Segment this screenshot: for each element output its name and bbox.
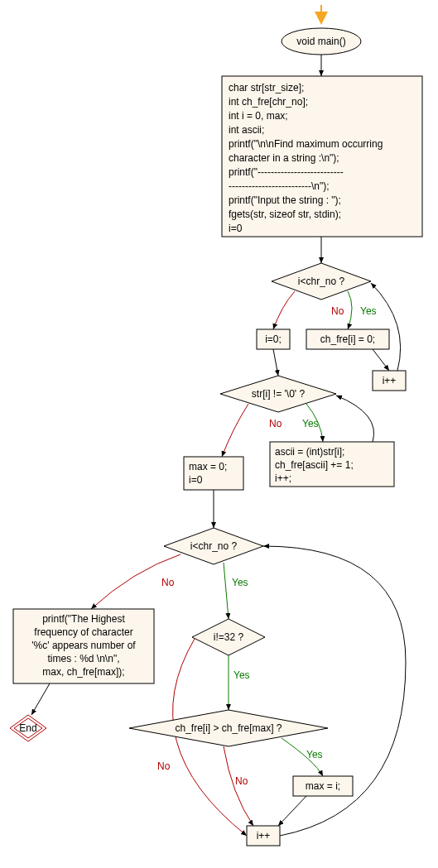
maxi-label: max = i; [306, 780, 340, 792]
ascii-line-0: ascii = (int)str[i]; [275, 446, 344, 458]
cond1-yes-label: Yes [360, 305, 377, 317]
chfre0-label: ch_fre[i] = 0; [320, 333, 375, 345]
cond2-label: str[i] != '\0' ? [252, 388, 306, 400]
cond2-no-label: No [269, 418, 282, 429]
decl-line-9: fgets(str, sizeof str, stdin); [229, 209, 341, 220]
edge-cond1-no [273, 291, 295, 329]
edge-maxi-ipp2 [278, 796, 306, 826]
edge-ascii-cond2 [336, 396, 374, 442]
end-label: End [19, 722, 36, 734]
edge-i0a-cond2 [273, 349, 278, 376]
cond3-no-label: No [161, 577, 175, 588]
printf2-line-3: times : %d \n\n", [48, 653, 120, 664]
decl-line-0: char str[str_size]; [229, 82, 304, 94]
decl-line-10: i=0 [229, 223, 243, 234]
decl-line-5: character in a string :\n"); [229, 152, 339, 164]
i0a-label: i=0; [265, 333, 282, 345]
decl-line-1: int ch_fre[chr_no]; [229, 96, 308, 108]
cond4-label: i!=32 ? [214, 631, 244, 643]
cond5-label: ch_fre[i] > ch_fre[max] ? [175, 722, 282, 734]
ascii-line-1: ch_fre[ascii] += 1; [275, 459, 354, 471]
decl-line-2: int i = 0, max; [229, 110, 288, 122]
node-end: End [10, 715, 46, 741]
cond5-no-label: No [235, 775, 248, 787]
cond3-yes-label: Yes [232, 577, 248, 588]
flowchart-canvas: void main() char str[str_size]; int ch_f… [0, 0, 438, 868]
printf2-line-4: max, ch_fre[max]); [42, 666, 124, 678]
cond5-yes-label: Yes [306, 749, 323, 760]
cond2-yes-label: Yes [302, 418, 319, 429]
decl-line-4: printf("\n\nFind maximum occurring [229, 138, 383, 150]
decl-line-3: int ascii; [229, 124, 264, 136]
printf2-line-0: printf("The Highest [42, 613, 125, 625]
edge-cond3-yes [224, 563, 229, 619]
node-main-label: void main() [296, 36, 345, 47]
ipp2-label: i++ [257, 830, 271, 842]
edge-cond1-yes [348, 291, 352, 329]
ascii-line-2: i++; [275, 472, 291, 484]
edge-printf2-end [31, 683, 50, 715]
max0-line-1: i=0 [189, 474, 203, 486]
decl-line-8: printf("Input the string : "); [229, 194, 341, 206]
cond1-label: i<chr_no ? [298, 276, 345, 287]
cond3-label: i<chr_no ? [190, 540, 238, 552]
max0-line-0: max = 0; [189, 461, 227, 472]
ipp1-label: i++ [383, 375, 397, 386]
cond4-no-label: No [157, 760, 171, 772]
decl-line-7: -------------------------\n"); [229, 180, 330, 192]
cond4-yes-label: Yes [233, 669, 250, 681]
printf2-line-2: '%c' appears number of [31, 640, 136, 651]
edge-ipp1-cond1 [371, 283, 401, 371]
edge-chfre0-ipp1 [373, 349, 389, 371]
edge-cond2-no [222, 404, 248, 457]
decl-line-6: printf("-------------------------- [229, 166, 344, 178]
printf2-line-1: frequency of character [34, 626, 132, 638]
cond1-no-label: No [331, 305, 344, 317]
